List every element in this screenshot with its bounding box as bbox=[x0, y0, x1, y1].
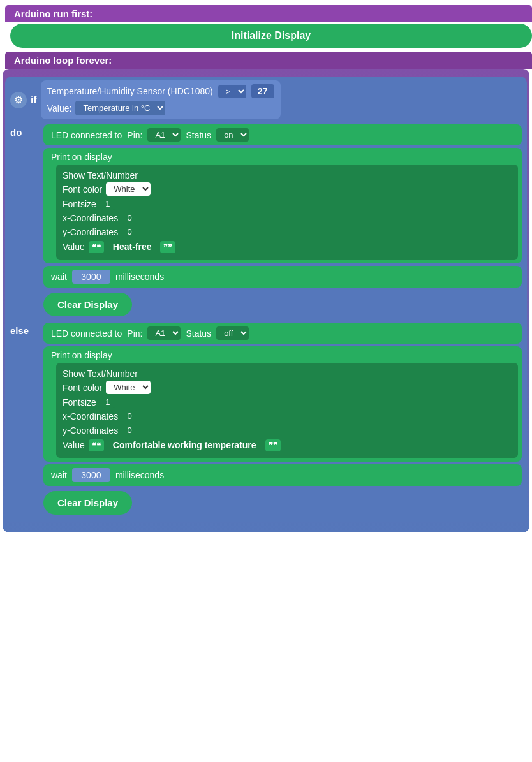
ycoord-label-else: y-Coordinates bbox=[63, 425, 118, 436]
init-display-button[interactable]: Initialize Display bbox=[10, 24, 532, 48]
font-color-dropdown-else[interactable]: White bbox=[106, 381, 151, 394]
string-val-do: Heat-free bbox=[107, 240, 158, 254]
do-section: do LED connected to Pin: A1 Status o bbox=[10, 122, 522, 319]
font-color-row-do: Font color White bbox=[63, 182, 512, 196]
print-inner-do: Show Text/Number Font color White Fontsi… bbox=[56, 165, 518, 260]
do-keyword: do bbox=[10, 122, 41, 138]
sensor-name: Temperature/Humidity Sensor (HDC1080) bbox=[47, 86, 213, 96]
wait-label-do: wait bbox=[51, 272, 67, 282]
clear-display-button-else[interactable]: Clear Display bbox=[43, 491, 132, 515]
status-label-else: Status bbox=[186, 328, 211, 339]
wait-block-else: wait milliseconds bbox=[43, 464, 522, 486]
font-color-dropdown-do[interactable]: White bbox=[106, 182, 151, 196]
fontsize-label-else: Fontsize bbox=[63, 397, 96, 407]
close-quote-else: ❞❞ bbox=[265, 439, 281, 451]
compare-value: 27 bbox=[251, 84, 274, 98]
ms-label-else: milliseconds bbox=[115, 470, 164, 480]
string-val-else: Comfortable working temperature bbox=[107, 438, 263, 452]
led-block-else: LED connected to Pin: A1 Status on off bbox=[43, 323, 522, 344]
value-field-row-else: Value ❝❝ Comfortable working temperature… bbox=[63, 438, 512, 452]
string-block-do: ❝❝ Heat-free ❞❞ bbox=[89, 240, 176, 254]
sensor-value-row: Value: Temperature in °C bbox=[47, 101, 274, 115]
compare-operator-dropdown[interactable]: > < = bbox=[218, 85, 246, 98]
fontsize-val-else: 1 bbox=[100, 396, 115, 408]
led-row-do: LED connected to Pin: A1 Status on off bbox=[51, 128, 514, 142]
font-color-label-do: Font color bbox=[63, 184, 102, 194]
gear-icon[interactable]: ⚙ bbox=[10, 92, 27, 108]
pin-dropdown-else[interactable]: A1 bbox=[147, 326, 181, 340]
ycoord-val-else: 0 bbox=[122, 424, 137, 436]
show-text-row-do: Show Text/Number bbox=[63, 170, 512, 180]
pin-label-do: Pin: bbox=[127, 130, 142, 140]
print-inner-else: Show Text/Number Font color White Fontsi… bbox=[56, 363, 518, 458]
do-content: LED connected to Pin: A1 Status on off bbox=[43, 122, 522, 319]
temp-value-dropdown[interactable]: Temperature in °C bbox=[75, 101, 165, 115]
ms-label-do: milliseconds bbox=[115, 272, 164, 282]
fontsize-val-do: 1 bbox=[100, 198, 115, 210]
xcoord-label-else: x-Coordinates bbox=[63, 411, 118, 421]
xcoord-val-else: 0 bbox=[122, 410, 137, 422]
arduino-run-section: Arduino run first: Initialize Display bbox=[0, 5, 532, 49]
print-block-else: Print on display Show Text/Number Font c… bbox=[43, 346, 522, 462]
wait-label-else: wait bbox=[51, 470, 67, 480]
led-label-else: LED connected to bbox=[51, 328, 122, 339]
else-content: LED connected to Pin: A1 Status on off bbox=[43, 320, 522, 517]
value-field-row-do: Value ❝❝ Heat-free ❞❞ bbox=[63, 240, 512, 254]
string-block-else: ❝❝ Comfortable working temperature ❞❞ bbox=[89, 438, 281, 452]
open-quote-else: ❝❝ bbox=[89, 439, 104, 451]
ycoord-row-else: y-Coordinates 0 bbox=[63, 424, 512, 436]
main-container: Arduino run first: Initialize Display Ar… bbox=[0, 0, 532, 538]
pin-dropdown-do[interactable]: A1 bbox=[147, 128, 181, 142]
print-label-else: Print on display bbox=[51, 350, 518, 360]
led-row-else: LED connected to Pin: A1 Status on off bbox=[51, 326, 514, 340]
font-color-row-else: Font color White bbox=[63, 381, 512, 394]
xcoord-row-else: x-Coordinates 0 bbox=[63, 410, 512, 422]
wait-input-do[interactable] bbox=[72, 270, 110, 284]
clear-display-button-do[interactable]: Clear Display bbox=[43, 293, 132, 316]
print-block-do: Print on display Show Text/Number Font c… bbox=[43, 148, 522, 263]
xcoord-label-do: x-Coordinates bbox=[63, 213, 118, 223]
if-keyword: if bbox=[31, 94, 37, 106]
fontsize-row-else: Fontsize 1 bbox=[63, 396, 512, 408]
sensor-top-row: Temperature/Humidity Sensor (HDC1080) > … bbox=[47, 84, 274, 98]
led-label-do: LED connected to bbox=[51, 130, 122, 140]
print-label-do: Print on display bbox=[51, 152, 518, 162]
font-color-label-else: Font color bbox=[63, 383, 102, 393]
status-dropdown-else[interactable]: on off bbox=[216, 326, 249, 340]
fontsize-label-do: Fontsize bbox=[63, 199, 96, 209]
wait-input-else[interactable] bbox=[72, 468, 110, 482]
arduino-loop-label: Arduino loop forever: bbox=[5, 52, 532, 69]
xcoord-row-do: x-Coordinates 0 bbox=[63, 212, 512, 224]
close-quote-do: ❞❞ bbox=[160, 241, 175, 253]
sensor-container: Temperature/Humidity Sensor (HDC1080) > … bbox=[41, 80, 281, 119]
show-text-label-else: Show Text/Number bbox=[63, 369, 138, 379]
ycoord-val-do: 0 bbox=[122, 226, 137, 238]
status-label-do: Status bbox=[186, 130, 211, 140]
value-field-label-else: Value bbox=[63, 440, 85, 450]
ycoord-label-do: y-Coordinates bbox=[63, 227, 118, 237]
led-block-do: LED connected to Pin: A1 Status on off bbox=[43, 124, 522, 145]
ycoord-row-do: y-Coordinates 0 bbox=[63, 226, 512, 238]
else-keyword: else bbox=[10, 320, 41, 336]
arduino-run-label: Arduino run first: bbox=[5, 5, 532, 22]
pin-label-else: Pin: bbox=[127, 328, 142, 339]
else-section: else LED connected to Pin: A1 Status bbox=[10, 320, 522, 517]
status-dropdown-do[interactable]: on off bbox=[216, 128, 249, 142]
wait-block-do: wait milliseconds bbox=[43, 266, 522, 288]
fontsize-row-do: Fontsize 1 bbox=[63, 198, 512, 210]
value-field-label-do: Value bbox=[63, 242, 85, 252]
value-label: Value: bbox=[47, 103, 72, 114]
xcoord-val-do: 0 bbox=[122, 212, 137, 224]
if-condition-row: ⚙ if Temperature/Humidity Sensor (HDC108… bbox=[10, 80, 522, 119]
open-quote-do: ❝❝ bbox=[89, 241, 104, 253]
loop-outer: ⚙ if Temperature/Humidity Sensor (HDC108… bbox=[3, 69, 529, 532]
show-text-label-do: Show Text/Number bbox=[63, 170, 138, 180]
show-text-row-else: Show Text/Number bbox=[63, 369, 512, 379]
if-block: ⚙ if Temperature/Humidity Sensor (HDC108… bbox=[5, 77, 527, 522]
